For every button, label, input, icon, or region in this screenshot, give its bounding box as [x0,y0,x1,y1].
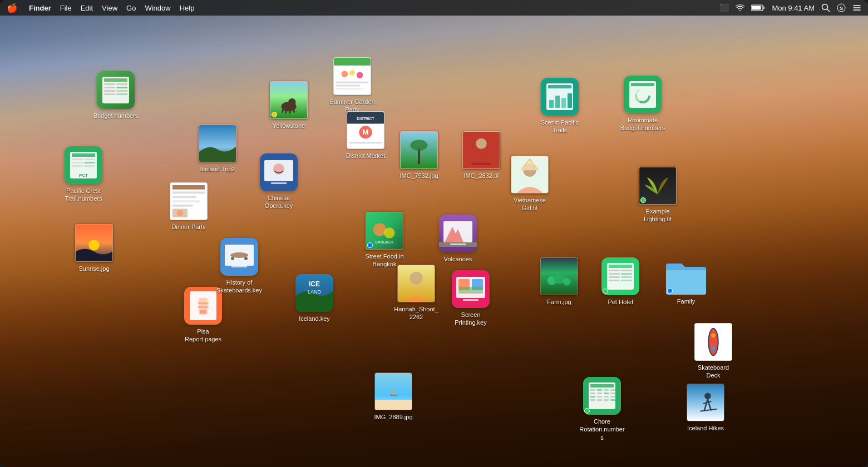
svg-point-92 [410,140,427,151]
svg-text:PCT: PCT [79,173,88,178]
file-label: Budget.numbers [91,111,141,120]
svg-rect-53 [231,266,247,267]
svg-rect-116 [609,276,620,278]
svg-rect-2 [752,6,761,10]
svg-rect-113 [621,270,632,271]
file-label: IMG_2889.jpg [372,413,415,421]
menubar-right: ⬛ Mon 9:41 AM [719,3,861,12]
help-menu[interactable]: Help [180,4,195,12]
svg-rect-14 [116,83,127,85]
file-pisa-report[interactable]: Pisa Report.pages [178,287,228,344]
file-pacific-crest[interactable]: PCT Pacific Crest Trail.numbers [56,146,111,203]
file-chore-rotation[interactable]: Chore Rotation.numbers [571,377,633,442]
file-label: History of Skateboards.key [214,278,264,295]
file-skateboard-deck[interactable]: Skateboard Deck [685,323,741,380]
file-iceland-hikes[interactable]: Iceland Hikes [678,384,733,433]
file-budget-numbers[interactable]: Budget.numbers [91,71,141,120]
file-dinner-party[interactable]: Dinner Party [164,182,214,231]
file-family-folder[interactable]: Family [661,260,711,306]
svg-rect-126 [568,93,572,108]
svg-rect-29 [84,165,95,167]
file-farm-jpg[interactable]: Farm.jpg [534,257,584,306]
file-label: Sunrise.jpg [76,264,111,273]
svg-rect-100 [458,287,483,294]
control-center-icon[interactable] [852,3,861,12]
airplay-icon[interactable]: ⬛ [719,3,729,12]
svg-point-63 [288,98,296,106]
svg-text:M: M [362,128,368,136]
file-label: Pacific Crest Trail.numbers [58,186,108,203]
file-label: Iceland.key [297,314,332,323]
file-img-2889[interactable]: IMG_2889.jpg [368,372,418,421]
apple-menu[interactable]: 🍎 [7,3,18,13]
file-label: IMG_2832.tif [462,171,501,180]
svg-rect-115 [621,273,632,275]
file-example-lighting[interactable]: Example Lighting.tif [630,167,685,224]
svg-rect-143 [590,384,614,387]
file-hannah-shoot[interactable]: Hannah_Shoot_2262 [388,265,444,322]
file-volcanoes[interactable]: Volcanoes [433,215,483,264]
svg-rect-20 [116,93,127,95]
window-menu[interactable]: Window [145,4,170,12]
file-label: Iceland Trip2 [198,165,238,173]
desktop-background: 🍎 Finder File Edit View Go Window Help ⬛ [0,0,868,467]
svg-point-138 [709,329,718,355]
svg-text:LAND: LAND [308,289,322,295]
file-vietnamese-girl[interactable]: Vietnamese Girl.tif [502,156,558,213]
file-chinese-opera[interactable]: Chinese Opera.key [254,153,304,211]
file-summer-garden[interactable]: Summer Garden Party [322,57,383,115]
svg-point-51 [231,257,234,260]
svg-rect-57 [271,182,287,184]
file-label: Family [675,297,697,306]
svg-rect-157 [597,399,602,401]
svg-rect-71 [336,85,360,87]
svg-rect-155 [610,396,615,398]
file-pet-hotel[interactable]: Pet Hotel [595,257,645,306]
svg-point-103 [476,138,486,149]
svg-rect-125 [561,98,566,108]
svg-rect-23 [72,153,95,157]
file-label: Pet Hotel [605,297,635,306]
svg-point-108 [563,278,571,286]
svg-rect-12 [104,78,127,82]
svg-point-139 [711,333,716,337]
go-menu[interactable]: Go [126,4,136,12]
file-yellowstone[interactable]: Yellowstone [258,81,319,130]
file-label: Chore Rotation.numbers [577,417,627,442]
finder-menu[interactable]: Finder [29,4,51,12]
file-img-2832[interactable]: IMG_2832.tif [456,131,506,180]
file-label: Hannah_Shoot_2262 [391,305,441,322]
file-scenic-pacific[interactable]: Scenic Pacific Trails [532,78,588,135]
svg-point-69 [357,72,363,78]
file-district-market[interactable]: DISTRICT M District Market [341,111,391,160]
svg-rect-104 [472,163,491,165]
svg-rect-111 [609,265,632,268]
battery-icon [751,4,765,11]
svg-rect-101 [463,299,479,301]
file-screen-printing[interactable]: Screen Printing.key [443,270,499,327]
file-label: Scenic Pacific Trails [535,118,585,135]
search-icon[interactable] [821,3,830,12]
file-history-skateboards[interactable]: History of Skateboards.key [211,238,267,295]
svg-rect-37 [198,306,209,308]
svg-point-89 [391,390,396,395]
file-sunrise[interactable]: Sunrise.jpg [69,224,119,273]
svg-rect-124 [555,96,560,108]
edit-menu[interactable]: Edit [81,4,93,12]
svg-rect-156 [590,399,595,401]
view-menu[interactable]: View [102,4,117,12]
file-street-food[interactable]: BANGKOK Street Food in Bangkok [354,212,415,269]
svg-rect-66 [334,64,371,66]
clock: Mon 9:41 AM [772,4,815,12]
file-iceland-trip2[interactable]: Iceland Trip2 [193,125,243,173]
svg-rect-154 [604,396,609,398]
file-img-7932[interactable]: IMG_7932.jpg [394,131,444,180]
file-menu[interactable]: File [60,4,72,12]
file-label: Volcanoes [442,255,475,264]
siri-icon[interactable]: S [837,3,846,12]
svg-rect-41 [172,192,205,194]
svg-rect-43 [172,200,200,202]
file-roommate-budget[interactable]: Roommate Budget.numbers [612,76,673,133]
file-iceland-key[interactable]: ICE LAND Iceland.key [289,274,339,323]
svg-rect-24 [72,158,83,160]
